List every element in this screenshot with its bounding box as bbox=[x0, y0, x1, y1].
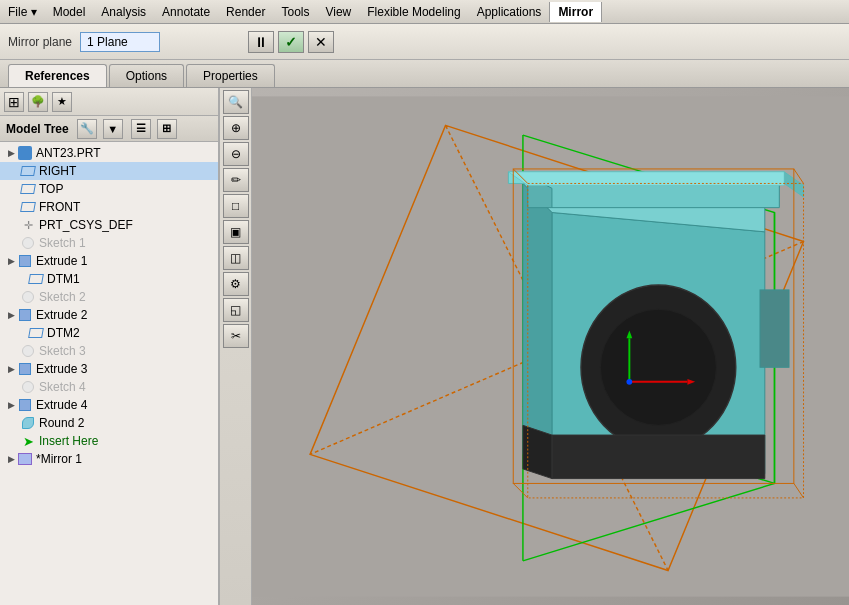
extrude-icon-2 bbox=[17, 308, 33, 322]
menu-view[interactable]: View bbox=[317, 2, 359, 22]
tree-item-sketch2[interactable]: Sketch 2 bbox=[0, 288, 218, 306]
tree-item-sketch1[interactable]: Sketch 1 bbox=[0, 234, 218, 252]
mirror-plane-input[interactable] bbox=[80, 32, 160, 52]
menu-analysis[interactable]: Analysis bbox=[93, 2, 154, 22]
svg-marker-13 bbox=[552, 435, 765, 479]
sketch-icon-1 bbox=[20, 236, 36, 250]
tree-item-sketch4[interactable]: Sketch 4 bbox=[0, 378, 218, 396]
tree-item-insert[interactable]: ➤ Insert Here bbox=[0, 432, 218, 450]
tree-settings-icon[interactable]: 🔧 bbox=[77, 119, 97, 139]
tree-item-extrude3[interactable]: ▶ Extrude 3 bbox=[0, 360, 218, 378]
zoom-in-button[interactable]: ⊕ bbox=[223, 116, 249, 140]
expand-icon-root[interactable]: ▶ bbox=[8, 148, 15, 158]
accept-button[interactable]: ✓ bbox=[278, 31, 304, 53]
tree-item-extrude1[interactable]: ▶ Extrude 1 bbox=[0, 252, 218, 270]
wireframe-button[interactable]: ▣ bbox=[223, 220, 249, 244]
sketch-icon-4 bbox=[20, 380, 36, 394]
model-canvas[interactable] bbox=[252, 88, 849, 605]
mirror-icon-1 bbox=[17, 452, 33, 466]
round-icon-2 bbox=[20, 416, 36, 430]
tree-expand-icon[interactable]: ⊞ bbox=[157, 119, 177, 139]
menu-annotate[interactable]: Annotate bbox=[154, 2, 218, 22]
main-toolbar: Mirror plane ⏸ ✓ ✕ bbox=[0, 24, 849, 60]
dtm-icon-2 bbox=[28, 326, 44, 340]
tree-label-insert: Insert Here bbox=[39, 434, 98, 448]
tree-item-extrude2[interactable]: ▶ Extrude 2 bbox=[0, 306, 218, 324]
zoom-out-button[interactable]: ⊖ bbox=[223, 142, 249, 166]
zoom-fit-button[interactable]: 🔍 bbox=[223, 90, 249, 114]
tree-item-extrude4[interactable]: ▶ Extrude 4 bbox=[0, 396, 218, 414]
cancel-button[interactable]: ✕ bbox=[308, 31, 334, 53]
expand-icon-mirror1[interactable]: ▶ bbox=[8, 454, 15, 464]
tree-label-sketch4: Sketch 4 bbox=[39, 380, 86, 394]
tree-label-extrude4: Extrude 4 bbox=[36, 398, 87, 412]
tab-row: References Options Properties bbox=[0, 60, 849, 88]
tree-label-extrude1: Extrude 1 bbox=[36, 254, 87, 268]
expand-icon-extrude3[interactable]: ▶ bbox=[8, 364, 15, 374]
tree-item-mirror1[interactable]: ▶ *Mirror 1 bbox=[0, 450, 218, 468]
menu-applications[interactable]: Applications bbox=[469, 2, 550, 22]
tree-item-top[interactable]: TOP bbox=[0, 180, 218, 198]
panel-icon-grid[interactable]: ⊞ bbox=[4, 92, 24, 112]
tree-item-dtm2[interactable]: DTM2 bbox=[0, 324, 218, 342]
menu-model[interactable]: Model bbox=[45, 2, 94, 22]
menu-tools[interactable]: Tools bbox=[273, 2, 317, 22]
tree-label-front: FRONT bbox=[39, 200, 80, 214]
panel-icon-star[interactable]: ★ bbox=[52, 92, 72, 112]
panel-icon-tree[interactable]: 🌳 bbox=[28, 92, 48, 112]
hidden-button[interactable]: ◫ bbox=[223, 246, 249, 270]
svg-point-12 bbox=[600, 309, 716, 425]
tree-item-sketch3[interactable]: Sketch 3 bbox=[0, 342, 218, 360]
tree-item-root[interactable]: ▶ ANT23.PRT bbox=[0, 144, 218, 162]
mirror-plane-label: Mirror plane bbox=[8, 35, 72, 49]
insert-icon: ➤ bbox=[20, 434, 36, 448]
tree-label-sketch1: Sketch 1 bbox=[39, 236, 86, 250]
view-panel: 🔍 ⊕ ⊖ ✏ □ ▣ ◫ ⚙ ◱ ✂ bbox=[220, 88, 849, 605]
menu-file[interactable]: File ▾ bbox=[0, 2, 45, 22]
main-content: ⊞ 🌳 ★ Model Tree 🔧 ▼ ☰ ⊞ ▶ ANT23.PRT bbox=[0, 88, 849, 605]
extrude-icon-3 bbox=[17, 362, 33, 376]
plane-icon-right bbox=[20, 164, 36, 178]
svg-rect-15 bbox=[760, 290, 789, 367]
extrude-icon-1 bbox=[17, 254, 33, 268]
expand-icon-extrude2[interactable]: ▶ bbox=[8, 310, 15, 320]
pause-button[interactable]: ⏸ bbox=[248, 31, 274, 53]
svg-marker-18 bbox=[508, 172, 784, 186]
3d-model-svg bbox=[252, 88, 849, 605]
tab-properties[interactable]: Properties bbox=[186, 64, 275, 87]
menu-mirror[interactable]: Mirror bbox=[549, 2, 602, 22]
expand-icon-extrude1[interactable]: ▶ bbox=[8, 256, 15, 266]
section-button[interactable]: ◱ bbox=[223, 298, 249, 322]
svg-point-29 bbox=[626, 379, 632, 385]
expand-icon-extrude4[interactable]: ▶ bbox=[8, 400, 15, 410]
tree-label-root: ANT23.PRT bbox=[36, 146, 100, 160]
tree-label-sketch2: Sketch 2 bbox=[39, 290, 86, 304]
tree-columns-icon[interactable]: ☰ bbox=[131, 119, 151, 139]
plane-icon-top bbox=[20, 182, 36, 196]
menu-flexible-modeling[interactable]: Flexible Modeling bbox=[359, 2, 468, 22]
tree-label-round2: Round 2 bbox=[39, 416, 84, 430]
tab-references[interactable]: References bbox=[8, 64, 107, 87]
tree-label-extrude2: Extrude 2 bbox=[36, 308, 87, 322]
vertical-toolbar: 🔍 ⊕ ⊖ ✏ □ ▣ ◫ ⚙ ◱ ✂ bbox=[220, 88, 252, 605]
shaded-button[interactable]: □ bbox=[223, 194, 249, 218]
refit-button[interactable]: ✏ bbox=[223, 168, 249, 192]
plane-icon-front bbox=[20, 200, 36, 214]
3d-model-body[interactable] bbox=[508, 172, 803, 479]
panel-toolbar: ⊞ 🌳 ★ bbox=[0, 88, 218, 116]
sketch-icon-2 bbox=[20, 290, 36, 304]
tree-label-mirror1: *Mirror 1 bbox=[36, 452, 82, 466]
tree-item-dtm1[interactable]: DTM1 bbox=[0, 270, 218, 288]
scissors-button[interactable]: ✂ bbox=[223, 324, 249, 348]
tree-label-top: TOP bbox=[39, 182, 63, 196]
tree-item-front[interactable]: FRONT bbox=[0, 198, 218, 216]
settings-button[interactable]: ⚙ bbox=[223, 272, 249, 296]
tree-item-csys[interactable]: ✛ PRT_CSYS_DEF bbox=[0, 216, 218, 234]
tree-filter-icon[interactable]: ▼ bbox=[103, 119, 123, 139]
extrude-icon-4 bbox=[17, 398, 33, 412]
menu-render[interactable]: Render bbox=[218, 2, 273, 22]
tree-item-right[interactable]: RIGHT bbox=[0, 162, 218, 180]
tree-item-round2[interactable]: Round 2 bbox=[0, 414, 218, 432]
tab-options[interactable]: Options bbox=[109, 64, 184, 87]
tree-label-csys: PRT_CSYS_DEF bbox=[39, 218, 133, 232]
